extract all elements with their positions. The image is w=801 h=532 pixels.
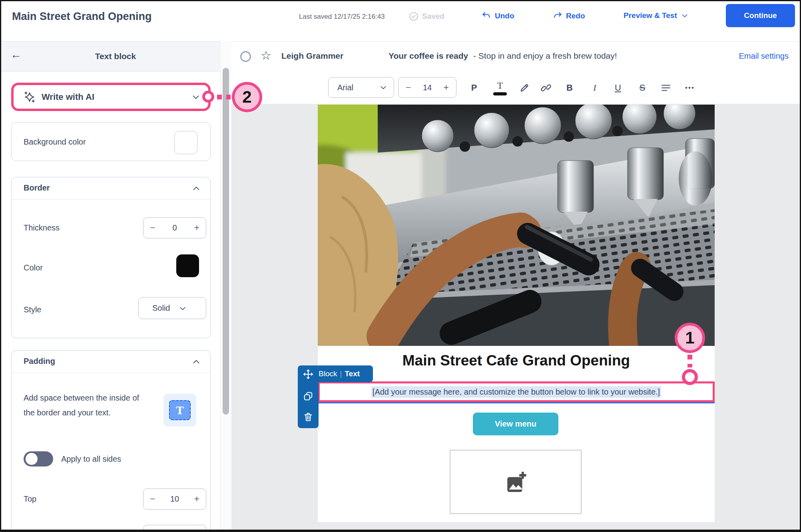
sidebar-scrollbar-track: [220, 41, 231, 532]
redo-icon: [553, 11, 562, 21]
underline-button[interactable]: U: [609, 78, 627, 97]
undo-icon: [482, 11, 491, 21]
preview-test-dropdown[interactable]: Preview & Test: [624, 11, 689, 20]
minus-icon[interactable]: −: [406, 82, 411, 93]
frame-edge-bottom: [0, 530, 801, 532]
from-name: Leigh Grammer: [281, 51, 343, 61]
border-title: Border: [24, 183, 50, 193]
strikethrough-button[interactable]: S: [634, 78, 651, 97]
background-color-card: Background color: [11, 122, 211, 161]
write-with-ai-button[interactable]: Write with AI: [11, 83, 211, 111]
minus-icon[interactable]: −: [150, 222, 155, 233]
frame-edge-top: [0, 0, 801, 1]
chevron-up-icon: [192, 357, 201, 366]
plus-icon[interactable]: +: [194, 494, 199, 504]
border-section-header[interactable]: Border: [12, 177, 210, 200]
frame-edge-left: [0, 0, 1, 532]
trash-icon[interactable]: [303, 412, 313, 422]
formatting-toolbar: Arial − 14 + P T: [231, 72, 801, 104]
padding-top-value: 10: [170, 494, 179, 504]
tab-divider: |: [340, 369, 342, 378]
strikethrough-glyph: S: [640, 83, 646, 93]
continue-button[interactable]: Continue: [726, 4, 795, 27]
top-bar: Main Street Grand Opening Last saved 12/…: [0, 0, 801, 42]
font-size-value: 14: [423, 83, 432, 92]
plus-icon[interactable]: +: [444, 82, 449, 93]
current-color-bar: [493, 92, 507, 95]
padding-card: Padding Add space between the inside of …: [11, 350, 211, 532]
italic-button[interactable]: I: [586, 78, 604, 97]
background-color-label: Background color: [24, 137, 86, 147]
email-settings-link[interactable]: Email settings: [739, 52, 789, 61]
bold-glyph: B: [566, 83, 573, 93]
text-block-message[interactable]: [Add your message here, and customize th…: [371, 386, 661, 398]
underline-glyph: U: [615, 83, 621, 93]
text-color-glyph: T: [497, 80, 503, 91]
preview-test-label: Preview & Test: [624, 11, 677, 20]
last-saved-text: Last saved 12/17/25 2:16:43: [299, 13, 385, 21]
view-menu-button[interactable]: View menu: [473, 413, 558, 435]
editor-canvas: ☆ Leigh Grammer Your coffee is ready - S…: [231, 41, 801, 532]
selected-text-block[interactable]: [Add your message here, and customize th…: [318, 381, 715, 402]
saved-status: Saved: [408, 11, 444, 22]
padding-top-stepper[interactable]: − 10 +: [143, 488, 206, 510]
redo-button[interactable]: Redo: [553, 11, 585, 21]
preheader-text: - Stop in and enjoy a fresh brew today!: [473, 51, 617, 60]
more-dots-glyph: •••: [685, 84, 695, 92]
add-image-icon: [504, 470, 527, 494]
redo-label: Redo: [566, 12, 585, 20]
apply-all-sides-label: Apply to all sides: [61, 455, 121, 464]
highlight-pen-button[interactable]: [516, 78, 533, 97]
text-color-button[interactable]: T: [491, 78, 509, 97]
chevron-up-icon: [192, 184, 201, 193]
border-card: Border Thickness − 0 + Color Style Solid: [11, 177, 211, 338]
app-window: Main Street Grand Opening Last saved 12/…: [0, 0, 801, 532]
header-photo-coffee-machine[interactable]: [318, 105, 715, 346]
bold-button[interactable]: B: [561, 78, 578, 97]
chevron-down-icon: [681, 12, 689, 20]
more-options-button[interactable]: •••: [681, 78, 699, 97]
undo-button[interactable]: Undo: [482, 11, 514, 21]
border-style-value: Solid: [152, 304, 170, 313]
border-color-swatch[interactable]: [176, 254, 199, 277]
minus-icon[interactable]: −: [150, 494, 155, 504]
text-padding-icon: T: [163, 394, 196, 427]
sidebar-header: ← Text block: [0, 41, 231, 71]
padding-title: Padding: [24, 357, 55, 366]
align-button[interactable]: [657, 78, 675, 97]
callout-1-connector: [687, 355, 692, 367]
border-style-select[interactable]: Solid: [138, 297, 206, 319]
saved-label: Saved: [422, 12, 444, 21]
chevron-down-icon: [179, 304, 187, 312]
border-color-label: Color: [24, 263, 43, 272]
select-circle[interactable]: [240, 51, 251, 62]
write-ai-label: Write with AI: [42, 92, 94, 102]
ai-sparkle-icon: [23, 91, 36, 103]
thickness-stepper[interactable]: − 0 +: [143, 217, 206, 238]
settings-sidebar: ← Text block Write with AI Background co…: [0, 41, 231, 532]
callout-2-anchor-ring: [202, 91, 214, 103]
plus-icon[interactable]: +: [194, 222, 199, 233]
text-padding-icon-glyph: T: [169, 400, 191, 420]
image-placeholder[interactable]: [450, 450, 582, 514]
padding-top-label: Top: [24, 494, 36, 504]
email-body: Main Street Cafe Grand Opening [Add your…: [318, 105, 715, 522]
paragraph-style-button[interactable]: P: [465, 78, 483, 97]
link-button[interactable]: [537, 78, 555, 97]
chevron-down-icon: [379, 83, 387, 91]
font-size-stepper[interactable]: − 14 +: [398, 77, 456, 98]
paragraph-glyph: P: [471, 83, 477, 93]
sidebar-scrollbar-thumb[interactable]: [223, 68, 229, 415]
font-family-select[interactable]: Arial: [328, 77, 394, 98]
undo-label: Undo: [495, 12, 514, 20]
apply-all-sides-toggle[interactable]: [24, 451, 53, 466]
move-icon[interactable]: [303, 369, 313, 379]
star-icon[interactable]: ☆: [261, 48, 271, 62]
background-color-swatch[interactable]: [174, 131, 197, 154]
check-circle-icon: [408, 11, 419, 22]
text-label: Text: [345, 369, 360, 378]
padding-section-header[interactable]: Padding: [12, 351, 210, 373]
thickness-label: Thickness: [24, 223, 60, 232]
duplicate-icon[interactable]: [303, 391, 313, 401]
email-heading[interactable]: Main Street Cafe Grand Opening: [318, 352, 715, 369]
